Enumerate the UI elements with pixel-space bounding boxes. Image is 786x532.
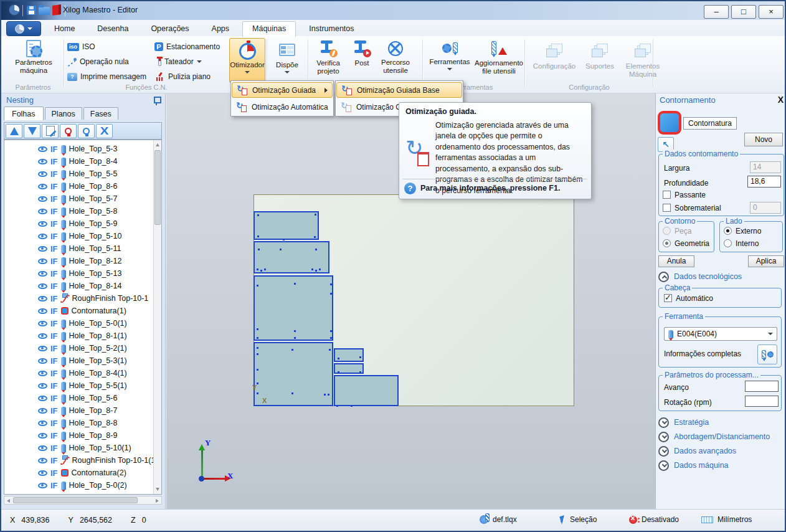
eye-icon[interactable]	[38, 209, 47, 214]
overmaterial-checkbox[interactable]	[663, 204, 671, 212]
tree-item[interactable]: IFRoughFinish Top-10-1	[4, 292, 153, 305]
move-up-button[interactable]	[6, 124, 22, 138]
rotation-field[interactable]	[745, 396, 779, 407]
tree-item[interactable]: IFHole_Top_8-6	[4, 180, 153, 192]
eye-icon[interactable]	[38, 271, 47, 277]
new-button[interactable]: Novo	[744, 133, 783, 146]
feed-field[interactable]	[745, 381, 779, 392]
maximize-button[interactable]: □	[731, 5, 756, 19]
eye-icon[interactable]	[38, 296, 47, 302]
depth-field[interactable]: 18,6	[747, 176, 781, 188]
eye-icon[interactable]	[38, 283, 47, 289]
clean-table-button[interactable]: Pulizia piano	[156, 70, 211, 83]
tree-item[interactable]: IFHole_Top_8-4	[4, 155, 153, 168]
scrollbar-thumb[interactable]	[154, 150, 161, 225]
section-dados-m-quina[interactable]: Dados máquina	[658, 459, 783, 472]
tree-item[interactable]: IFHole_Top_5-8	[4, 205, 153, 217]
verify-project-button[interactable]: Verifica projeto	[309, 38, 348, 83]
machine-parameters-button[interactable]: Parâmetros máquina	[6, 38, 61, 83]
tab-máquinas[interactable]: Máquinas	[242, 21, 296, 37]
eye-icon[interactable]	[38, 420, 47, 426]
tree-item[interactable]: IFHole_Top_5-7	[4, 192, 153, 205]
cancel-button[interactable]: Anula	[658, 255, 694, 267]
eye-icon[interactable]	[38, 259, 47, 264]
close-file-icon[interactable]	[52, 4, 61, 16]
tool-dropdown[interactable]: E004(E004)	[664, 327, 777, 341]
tree-item[interactable]: IFContornatura(1)	[4, 305, 153, 317]
tree-item[interactable]: IFHole_Top_8-12	[4, 255, 153, 267]
minimize-button[interactable]: –	[704, 5, 729, 19]
vertical-scrollbar[interactable]	[153, 140, 161, 494]
null-operation-button[interactable]: Operação nula	[67, 55, 129, 68]
tree-item[interactable]: IFHole_Top_5-0(2)	[4, 479, 153, 492]
nesting-tab-folhas[interactable]: Folhas	[4, 107, 44, 120]
tree-item[interactable]: IFHole_Top_5-10(1)	[4, 442, 153, 454]
bulb-on-button[interactable]	[78, 124, 95, 138]
nested-panel[interactable]	[334, 348, 364, 362]
tree-item[interactable]: IFHole_Top_5-3(1)	[4, 354, 153, 367]
status-mil-metros[interactable]: Milímetros	[701, 515, 752, 524]
optimizer-button[interactable]: Otimizador	[229, 38, 265, 83]
tree-item[interactable]: IFHole_Top_5-6	[4, 392, 153, 404]
contour-type-icon[interactable]	[658, 111, 681, 135]
tree-item[interactable]: IFHole_Top_5-13	[4, 267, 153, 280]
tree-item[interactable]: IFHole_Top_8-9	[4, 429, 153, 442]
tab-instrumentos[interactable]: Instrumentos	[300, 21, 363, 37]
tools-button[interactable]: Ferramentas	[427, 38, 472, 83]
nested-panel[interactable]	[253, 211, 319, 240]
eye-icon[interactable]	[38, 371, 47, 376]
close-panel-icon[interactable]: X	[778, 95, 784, 105]
tool-path-button[interactable]: Percorso utensile	[375, 38, 416, 83]
tree-item[interactable]: IFHole_Top_5-0(1)	[4, 317, 153, 330]
eye-icon[interactable]	[38, 408, 47, 414]
automatic-checkbox[interactable]	[664, 294, 672, 302]
menu-item-automatic-optimization[interactable]: Otimização Automática	[232, 98, 333, 115]
tree-item[interactable]: IFHole_Top_5-2(1)	[4, 342, 153, 354]
eye-icon[interactable]	[38, 346, 47, 351]
apply-button[interactable]: Aplica	[748, 255, 784, 267]
tree-item[interactable]: IFHole_Top_8-8	[4, 417, 153, 429]
tree-item[interactable]: IFHole_Top_8-7	[4, 404, 153, 417]
eye-icon[interactable]	[38, 234, 47, 239]
open-icon[interactable]	[39, 7, 50, 15]
eye-icon[interactable]	[38, 458, 47, 463]
tree-item[interactable]: IFContornatura(2)	[4, 467, 153, 479]
menu-item-guided-base[interactable]: Otimização Guiada Base	[336, 82, 462, 98]
edit-button[interactable]	[42, 124, 59, 138]
eye-icon[interactable]	[38, 433, 47, 439]
through-checkbox[interactable]	[663, 191, 671, 199]
tree-item[interactable]: IF	[4, 492, 153, 495]
nested-panel[interactable]	[334, 375, 399, 406]
external-radio[interactable]	[724, 227, 732, 235]
tree-item[interactable]: IFHole_Top_8-4(1)	[4, 367, 153, 379]
eye-icon[interactable]	[38, 483, 47, 488]
eye-icon[interactable]	[38, 171, 47, 177]
eye-icon[interactable]	[38, 358, 47, 364]
tab-apps[interactable]: Apps	[202, 21, 239, 37]
geometry-radio[interactable]	[663, 239, 671, 247]
eye-icon[interactable]	[38, 470, 47, 476]
move-down-button[interactable]	[24, 124, 40, 138]
eye-icon[interactable]	[38, 333, 47, 339]
eye-icon[interactable]	[38, 159, 47, 164]
menu-item-guided-optimization[interactable]: Otimização Guiada	[232, 82, 333, 98]
status-desativado[interactable]: Desativado	[629, 515, 679, 524]
tree-item[interactable]: IFRoughFinish Top-10-1(1)	[4, 454, 153, 467]
app-logo-icon[interactable]	[9, 4, 20, 16]
close-button[interactable]: ×	[759, 5, 784, 19]
horizontal-scrollbar[interactable]	[4, 496, 162, 505]
tree-item[interactable]: IFHole_Top_5-5(1)	[4, 379, 153, 392]
save-icon[interactable]	[27, 6, 36, 15]
tree-item[interactable]: IFHole_Top_5-5	[4, 168, 153, 180]
tab-home[interactable]: Home	[45, 21, 84, 37]
status-sele-o[interactable]: Seleção	[561, 515, 597, 524]
dispose-button[interactable]: Dispõe	[268, 38, 306, 83]
section-abordagem-distanciamento[interactable]: Abordagem/Distanciamento	[658, 430, 783, 443]
nesting-tab-planos[interactable]: Planos	[45, 107, 82, 120]
tool-info-button[interactable]	[757, 344, 777, 364]
tree-item[interactable]: IFHole_Top_5-11	[4, 242, 153, 255]
eye-icon[interactable]	[38, 184, 47, 189]
section-estrat-gia[interactable]: Estratégia	[658, 416, 783, 429]
tool-file-update-button[interactable]: Aggiornamento file utensili	[473, 38, 524, 83]
pin-icon[interactable]	[153, 97, 159, 105]
